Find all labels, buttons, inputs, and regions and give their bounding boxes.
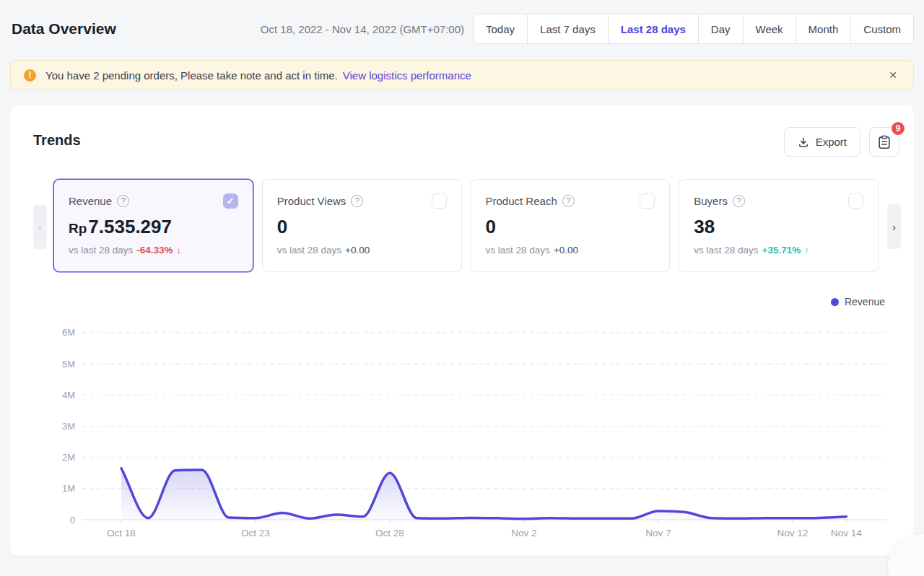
top-bar: Data Overview Oct 18, 2022 - Nov 14, 202…: [0, 0, 924, 44]
y-axis-label: 5M: [62, 359, 75, 370]
metric-title: Revenue: [69, 195, 112, 207]
data-overview-page: { "header": { "title": "Data Overview", …: [0, 0, 924, 576]
metric-title: Buyers: [694, 195, 728, 207]
carousel-prev-button[interactable]: ‹: [33, 204, 47, 249]
change-value: +0.00: [345, 245, 370, 256]
chevron-right-icon: ›: [892, 221, 896, 233]
tab-custom[interactable]: Custom: [850, 14, 914, 44]
metric-value-number: 38: [694, 216, 715, 238]
notification-badge: 9: [892, 122, 905, 135]
tab-month[interactable]: Month: [796, 14, 852, 44]
metric-checkbox[interactable]: [432, 193, 447, 209]
revenue-line: [121, 468, 846, 519]
revenue-trend-chart: 01M2M3M4M5M6MOct 18Oct 23Oct 28Nov 2Nov …: [10, 307, 914, 546]
export-button[interactable]: Export: [784, 127, 860, 157]
compare-label: vs last 28 days: [486, 245, 550, 256]
legend-label: Revenue: [845, 296, 885, 307]
legend-dot-revenue: [831, 298, 839, 306]
export-label: Export: [816, 136, 847, 148]
metric-value: 0: [277, 216, 447, 238]
metric-value: 38: [694, 216, 863, 238]
metric-value: 0: [486, 216, 655, 238]
trends-actions: Export 9: [784, 127, 899, 157]
metric-checkbox[interactable]: [640, 193, 655, 209]
alert-icon: !: [24, 69, 36, 82]
metric-card-revenue[interactable]: Revenue ? Rp 7.535.297 vs last 28 days -…: [53, 179, 253, 272]
y-axis-label: 2M: [62, 452, 75, 463]
x-axis-label: Nov 14: [831, 528, 862, 538]
date-range-label: Oct 18, 2022 - Nov 14, 2022 (GMT+07:00): [261, 23, 464, 35]
metric-value: Rp 7.535.297: [69, 216, 238, 238]
metric-value-number: 7.535.297: [88, 216, 172, 238]
help-icon[interactable]: ?: [562, 195, 575, 207]
arrow-up-icon: ↑: [804, 245, 809, 256]
logistics-performance-link[interactable]: View logistics performance: [343, 69, 471, 82]
metric-card-header: Revenue ?: [69, 193, 238, 209]
download-icon: [798, 136, 809, 148]
metric-value-number: 0: [486, 216, 496, 238]
trends-header: Trends Export: [10, 105, 914, 157]
metric-card-buyers[interactable]: Buyers ? 38 vs last 28 days +35.71% ↑: [679, 179, 879, 272]
trends-panel: Trends Export: [10, 105, 914, 556]
help-icon[interactable]: ?: [733, 195, 745, 207]
change-value: +35.71%: [762, 245, 801, 256]
x-axis-label: Oct 28: [375, 528, 404, 538]
y-axis-label: 4M: [62, 390, 75, 401]
x-axis-label: Nov 2: [511, 528, 536, 538]
x-axis-label: Oct 18: [107, 528, 136, 538]
page-title: Data Overview: [12, 20, 116, 38]
metric-title: Product Views: [277, 195, 346, 207]
metric-cards-row: ‹ Revenue ? Rp 7.535.297 vs last 28 days…: [10, 179, 914, 272]
trends-title: Trends: [33, 127, 81, 149]
metric-compare: vs last 28 days +0.00: [277, 245, 447, 256]
chart-legend: Revenue: [10, 296, 914, 307]
tab-day[interactable]: Day: [698, 14, 744, 44]
tab-week[interactable]: Week: [743, 14, 796, 44]
metric-value-number: 0: [277, 216, 287, 238]
metric-compare: vs last 28 days +0.00: [486, 245, 655, 256]
help-icon[interactable]: ?: [351, 195, 363, 207]
metric-card-product-reach[interactable]: Product Reach ? 0 vs last 28 days +0.00: [471, 179, 671, 272]
arrow-down-icon: ↓: [177, 245, 182, 256]
banner-message: You have 2 pending orders, Please take n…: [45, 69, 338, 82]
metric-card-header: Product Reach ?: [486, 193, 655, 209]
metric-card-product-views[interactable]: Product Views ? 0 vs last 28 days +0.00: [262, 179, 462, 272]
clipboard-icon: [878, 135, 891, 149]
help-icon[interactable]: ?: [117, 195, 129, 207]
y-axis-label: 0: [70, 515, 75, 525]
x-axis-label: Nov 12: [777, 528, 808, 538]
compare-label: vs last 28 days: [694, 245, 758, 256]
change-value: +0.00: [554, 245, 578, 256]
close-icon[interactable]: ✕: [886, 68, 900, 82]
compare-label: vs last 28 days: [69, 245, 133, 256]
x-axis-label: Nov 7: [645, 528, 671, 538]
currency-prefix: Rp: [69, 221, 87, 237]
pending-orders-banner: ! You have 2 pending orders, Please take…: [10, 60, 914, 90]
change-value: -64.33%: [136, 245, 173, 256]
metric-compare: vs last 28 days -64.33% ↓: [69, 245, 238, 256]
metric-checkbox[interactable]: [848, 193, 863, 209]
revenue-area: [121, 468, 846, 520]
metric-card-header: Buyers ?: [694, 193, 863, 209]
metric-checkbox[interactable]: [223, 193, 238, 209]
metric-card-header: Product Views ?: [277, 193, 447, 209]
tab-today[interactable]: Today: [473, 14, 528, 44]
tab-last-7-days[interactable]: Last 7 days: [527, 14, 609, 44]
y-axis-label: 3M: [62, 421, 75, 432]
report-clipboard-button[interactable]: 9: [869, 127, 899, 157]
x-axis-label: Oct 23: [241, 528, 270, 538]
y-axis-label: 1M: [62, 483, 75, 494]
tab-last-28-days[interactable]: Last 28 days: [608, 14, 699, 44]
y-axis-label: 6M: [62, 327, 75, 338]
metric-title: Product Reach: [486, 195, 557, 207]
metric-compare: vs last 28 days +35.71% ↑: [694, 245, 863, 256]
chevron-left-icon: ‹: [38, 221, 42, 233]
carousel-next-button[interactable]: ›: [887, 204, 901, 249]
compare-label: vs last 28 days: [277, 245, 341, 256]
date-range-tabs: Today Last 7 days Last 28 days Day Week …: [473, 14, 914, 44]
